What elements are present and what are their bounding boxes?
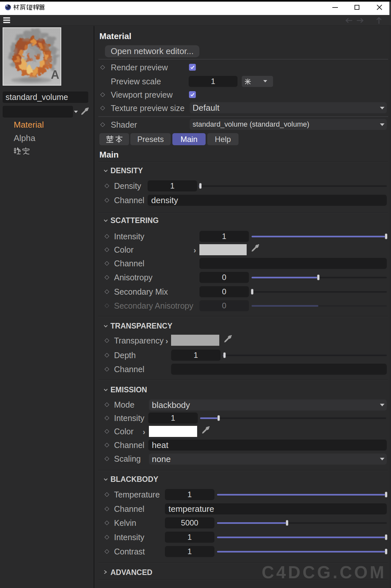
svg-text:A: A [51,68,59,81]
